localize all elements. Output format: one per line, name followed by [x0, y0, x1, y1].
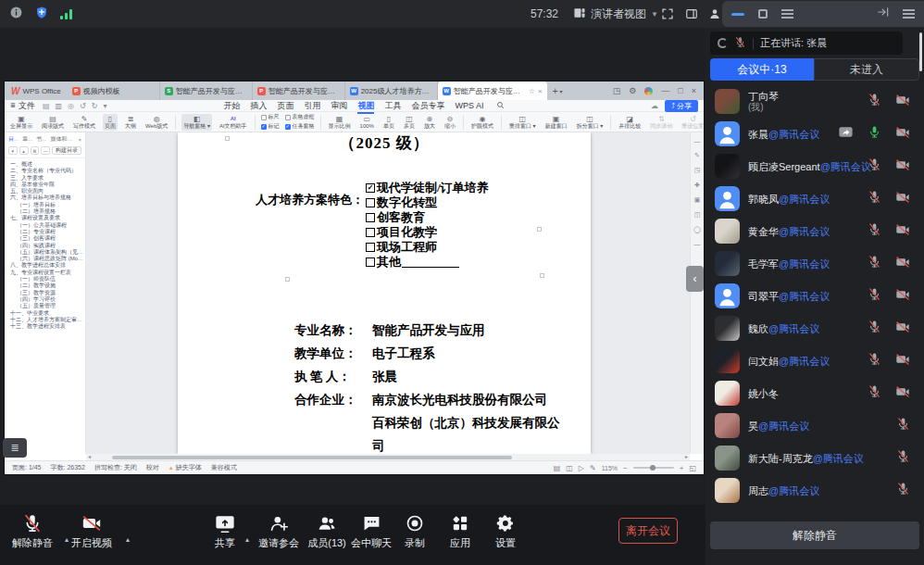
security-shield-icon[interactable] [35, 6, 48, 23]
document-tab[interactable]: P视频内模板 [68, 82, 160, 100]
participant-row[interactable]: 郭晓凤@腾讯会议 [705, 182, 924, 215]
document-tab[interactable]: W2025级人才培养方案定稿(最新修改) [345, 82, 438, 100]
outline-item[interactable]: （四）学习评价 [6, 296, 83, 303]
file-menu[interactable]: ≣ 文件 [10, 100, 35, 112]
split-tool-icon[interactable]: ◫ [694, 211, 701, 219]
save-icon[interactable]: ▤ [43, 102, 50, 110]
ribbon-button[interactable]: ↺重设位置 [680, 114, 704, 131]
list-menu-icon[interactable] [781, 7, 793, 20]
scrollbar-thumb[interactable] [112, 456, 512, 459]
more-tools-icon[interactable]: — [694, 241, 701, 247]
menu-视图[interactable]: 视图 [357, 100, 374, 112]
ribbon-button[interactable]: ◫多页 [402, 114, 417, 131]
participant-row[interactable]: 毛学军@腾讯会议 [705, 247, 924, 280]
search-icon[interactable] [496, 101, 505, 111]
document-canvas[interactable]: （2025 级） 人才培养方案特色： ✓现代学徒制/订单培养数字化转型创客教育项… [86, 132, 690, 454]
shape-tool-icon[interactable]: ▣ [694, 196, 701, 204]
participant-row[interactable]: 黄金华@腾讯会议 [705, 215, 924, 247]
document-tab[interactable]: P智能产品开发与应用专业(群)教学标准 [253, 82, 345, 100]
outline-item[interactable]: （二）专业课程 [6, 229, 83, 235]
mic-off-icon[interactable] [868, 222, 881, 240]
outline-item[interactable]: （六）课程思政矩阵 (Moral Education Matr... [6, 256, 83, 262]
ribbon-button[interactable]: ◪并排比较 [617, 114, 643, 131]
read-view-icon[interactable]: ◫ [566, 464, 573, 472]
participant-row[interactable]: 魏欣@腾讯会议 [705, 312, 924, 345]
participants-icon[interactable] [708, 7, 721, 24]
participant-row[interactable]: 顾启凌Sergeant@腾讯会议 [705, 150, 924, 182]
zoom-out-icon[interactable]: − [623, 464, 628, 472]
camera-off-icon[interactable] [895, 384, 910, 403]
mic-off-icon[interactable] [896, 449, 910, 467]
pen-tool-icon[interactable]: ✎ [694, 152, 700, 159]
status-item[interactable]: 兼容模式 [211, 463, 237, 472]
redo-icon[interactable]: ↻ [92, 102, 98, 110]
cloud-sync-icon[interactable]: ☁ [651, 102, 658, 110]
ribbon-button[interactable]: ⇅同步滚动 [648, 114, 674, 131]
outline-item[interactable]: 九、专业课程设置一栏表 [6, 270, 83, 276]
new-tab-button[interactable]: +▾ [547, 82, 568, 100]
help-tool-icon[interactable]: ◯ [693, 226, 701, 233]
ribbon-button[interactable]: ◉护眼模式 [469, 114, 495, 131]
edit-view-icon[interactable]: ✎ [590, 464, 596, 472]
wps-minimize-icon[interactable]: — [661, 86, 669, 95]
menu-WPS AI[interactable]: WPS AI [455, 101, 483, 110]
collapse-panel-handle[interactable]: ‹ [686, 266, 704, 292]
status-item[interactable]: 校对 [146, 463, 159, 472]
ribbon-button[interactable]: ▭100% [358, 114, 376, 131]
tab-in-meeting[interactable]: 会议中·13 [710, 58, 814, 81]
document-tab[interactable]: W智能产品开发与应用专业人...☆× [438, 82, 547, 100]
ribbon-button[interactable]: ▯页面 [103, 114, 118, 131]
ribbon-checkbox-表格虚框[interactable]: 表格虚框 [285, 113, 315, 121]
status-item[interactable]: ▲缺失字体 [169, 463, 202, 472]
pip-mode-icon[interactable]: ◳ [613, 86, 621, 95]
camera-off-icon[interactable] [895, 190, 910, 208]
outline-item[interactable]: 十三、教学进程安排表 [6, 323, 83, 330]
participant-row[interactable]: 昊@腾讯会议 [705, 409, 924, 442]
unmute-all-button[interactable]: 解除静音 [710, 521, 919, 549]
chevron-up-icon[interactable]: ▴ [126, 535, 130, 544]
outline-minus-icon[interactable]: — [41, 146, 50, 155]
participant-row[interactable]: 张晨@腾讯会议 [705, 118, 924, 150]
ribbon-checkbox-任务窗格[interactable]: ✓任务窗格 [285, 122, 315, 131]
wps-account-avatar[interactable] [644, 87, 653, 95]
ribbon-button[interactable]: ▣新建窗口 [543, 114, 569, 131]
collapse-to-tab-icon[interactable] [877, 6, 890, 22]
nav-tab-章节[interactable]: 章节 [22, 135, 32, 144]
zoom-slider[interactable] [633, 467, 674, 469]
mic-off-icon[interactable] [896, 417, 910, 434]
menu-页面[interactable]: 页面 [277, 100, 293, 112]
ribbon-checkbox-标记[interactable]: ✓标记 [261, 122, 280, 131]
mic-off-icon[interactable] [896, 482, 910, 499]
wps-logo[interactable]: W WPS Office [5, 82, 68, 100]
mic-off-icon[interactable] [868, 384, 881, 402]
mic-off-icon[interactable] [868, 255, 881, 272]
chevron-down-icon[interactable]: ▾ [103, 102, 106, 110]
outline-item[interactable]: （五）课程体系架构（见表11所示） [6, 249, 83, 256]
ribbon-button[interactable]: ◍Web版式 [144, 114, 169, 131]
ribbon-button[interactable]: ≣大纲 [123, 114, 138, 131]
participant-row[interactable]: 闫文娟@腾讯会议 [705, 345, 924, 377]
mic-off-icon[interactable] [868, 352, 881, 370]
build-toc-button[interactable]: 构建目录 [52, 146, 81, 155]
document-tab[interactable]: S智能产品开发与应用专业人才培养方案 [160, 82, 253, 100]
zoom-in-icon[interactable]: + [680, 464, 684, 472]
share-button[interactable]: ⤴ 分享 [665, 100, 698, 112]
scroll-left-icon[interactable]: ◂ [88, 454, 91, 460]
ribbon-button[interactable]: ▦显示比例 [327, 114, 353, 131]
zoom-percent[interactable]: 115% [602, 465, 618, 471]
print-icon[interactable]: ▥ [55, 102, 62, 110]
leave-meeting-button[interactable]: 离开会议 [618, 518, 678, 544]
outline-item[interactable]: （一）师资队伍 [6, 276, 83, 282]
ribbon-checkbox-标尺[interactable]: 标尺 [261, 113, 280, 121]
camera-off-icon[interactable] [895, 255, 910, 273]
mic-off-icon[interactable] [868, 157, 881, 175]
ribbon-button[interactable]: ⊕放大 [422, 114, 437, 131]
participant-row[interactable]: 丁向琴(我) [705, 85, 924, 118]
mic-off-icon[interactable] [868, 190, 881, 207]
status-item[interactable]: 拼写检查: 关闭 [94, 463, 137, 472]
camera-off-icon[interactable] [895, 287, 910, 306]
select-tool-icon[interactable]: ◳ [694, 167, 701, 174]
ribbon-button[interactable]: ▯单页 [381, 114, 396, 131]
wps-maximize-icon[interactable]: □ [678, 86, 682, 95]
skin-settings-icon[interactable]: ⚙ [629, 86, 636, 95]
